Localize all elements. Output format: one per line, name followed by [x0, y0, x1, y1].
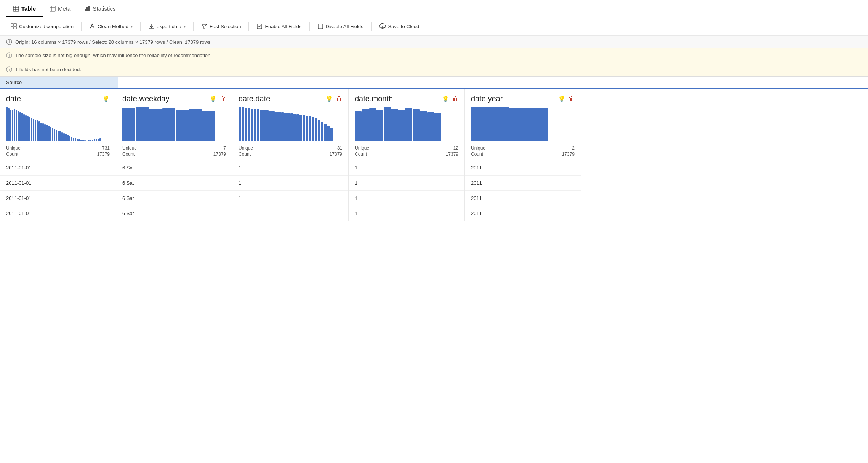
- export-chevron: ▾: [184, 24, 186, 29]
- column-datedate-stats: Unique 31 Count 17379: [239, 145, 342, 157]
- svg-text:i: i: [9, 40, 10, 44]
- year-unique-row: Unique 2: [471, 145, 575, 151]
- tab-statistics-label: Statistics: [93, 5, 115, 12]
- filter-icon: [201, 23, 207, 29]
- datedate-unique-row: Unique 31: [239, 145, 342, 151]
- month-unique-row: Unique 12: [355, 145, 458, 151]
- column-weekday-delete-icon[interactable]: 🗑: [220, 96, 226, 102]
- svg-text:i: i: [9, 53, 10, 57]
- year-unique-value: 2: [572, 145, 575, 151]
- table-row: 2011: [465, 160, 581, 176]
- customized-computation-button[interactable]: Customized computation: [6, 21, 78, 32]
- table-row: 6 Sat: [116, 160, 232, 176]
- column-weekday-header-area: date.weekday 💡 🗑 Unique 7 Count 17379: [116, 89, 232, 160]
- info-bar-text: Origin: 16 columns × 17379 rows / Select…: [15, 39, 210, 45]
- warning-text-1: The sample size is not big enough, which…: [15, 53, 212, 58]
- column-month-stats: Unique 12 Count 17379: [355, 145, 458, 157]
- warning-bar-2: i 1 fields has not been decided.: [0, 62, 868, 77]
- tab-meta-label: Meta: [58, 5, 70, 12]
- date-unique-label: Unique: [6, 145, 21, 151]
- column-year-delete-icon[interactable]: 🗑: [569, 96, 575, 102]
- disable-all-fields-button[interactable]: Disable All Fields: [313, 21, 368, 32]
- date-count-label: Count: [6, 152, 18, 157]
- column-weekday-icons: 💡 🗑: [209, 95, 226, 102]
- column-month-delete-icon[interactable]: 🗑: [452, 96, 458, 102]
- year-count-label: Count: [471, 152, 483, 157]
- svg-rect-9: [88, 6, 90, 11]
- table-row: 1: [349, 191, 464, 206]
- clean-icon: [89, 23, 95, 29]
- statistics-icon: [84, 6, 90, 12]
- column-datedate-delete-icon[interactable]: 🗑: [336, 96, 342, 102]
- table-row: 2011: [465, 206, 581, 221]
- month-unique-value: 12: [453, 145, 458, 151]
- column-weekday-header: date.weekday 💡 🗑: [122, 94, 226, 103]
- datedate-unique-value: 31: [337, 145, 342, 151]
- export-data-button[interactable]: export data ▾: [144, 21, 190, 32]
- save-to-cloud-button[interactable]: Save to Cloud: [375, 21, 424, 32]
- column-datedate-name: date.date: [239, 94, 270, 103]
- weekday-unique-row: Unique 7: [122, 145, 226, 151]
- table-row: 2011-01-01: [0, 191, 116, 206]
- tab-statistics[interactable]: Statistics: [77, 0, 122, 17]
- column-datedate-light-icon[interactable]: 💡: [325, 95, 333, 102]
- column-month-header-area: date.month 💡 🗑 Unique 12 Count 17379: [349, 89, 464, 160]
- column-datedate-icons: 💡 🗑: [325, 95, 342, 102]
- svg-rect-12: [11, 27, 13, 29]
- column-date-month: date.month 💡 🗑 Unique 12 Count 17379 1: [349, 89, 465, 221]
- enable-all-fields-label: Enable All Fields: [265, 24, 301, 29]
- cloud-icon: [379, 23, 386, 29]
- year-count-value: 17379: [562, 152, 575, 157]
- source-label: Source: [6, 80, 22, 85]
- export-icon: [148, 23, 154, 29]
- column-month-light-icon[interactable]: 💡: [442, 95, 449, 102]
- table-icon: [13, 6, 19, 12]
- enable-all-fields-button[interactable]: Enable All Fields: [252, 21, 306, 32]
- column-datedate-data: 1 1 1 1: [232, 160, 348, 221]
- table-row: 2011-01-01: [0, 160, 116, 176]
- checkbox-empty-icon: [317, 23, 323, 29]
- weekday-unique-value: 7: [223, 145, 226, 151]
- tab-meta[interactable]: Meta: [43, 0, 77, 17]
- column-weekday-data: 6 Sat 6 Sat 6 Sat 6 Sat: [116, 160, 232, 221]
- year-unique-label: Unique: [471, 145, 485, 151]
- date-unique-row: Unique 731: [6, 145, 110, 151]
- fast-selection-button[interactable]: Fast Selection: [197, 21, 245, 32]
- warning-text-2: 1 fields has not been decided.: [15, 67, 81, 72]
- column-weekday-chart: [122, 107, 226, 141]
- column-year-header: date.year 💡 🗑: [471, 94, 575, 103]
- weekday-unique-label: Unique: [122, 145, 137, 151]
- table-row: 2011-01-01: [0, 176, 116, 191]
- column-date: date 💡 Unique 731 Count 17379 2011-01-01: [0, 89, 116, 221]
- tab-table[interactable]: Table: [6, 0, 43, 17]
- clean-method-button[interactable]: Clean Method ▾: [85, 21, 137, 32]
- separator-4: [248, 22, 249, 31]
- source-empty: [118, 77, 868, 88]
- column-date-header-area: date 💡 Unique 731 Count 17379: [0, 89, 116, 160]
- column-weekday-light-icon[interactable]: 💡: [209, 95, 217, 102]
- source-label-cell: Source: [0, 77, 118, 88]
- date-count-value: 17379: [97, 152, 110, 157]
- svg-rect-14: [257, 24, 262, 29]
- table-row: 1: [349, 206, 464, 221]
- table-row: 1: [232, 206, 348, 221]
- column-year-light-icon[interactable]: 💡: [558, 95, 565, 102]
- weekday-count-row: Count 17379: [122, 151, 226, 157]
- table-row: 1: [349, 160, 464, 176]
- column-month-name: date.month: [355, 94, 393, 103]
- column-weekday-stats: Unique 7 Count 17379: [122, 145, 226, 157]
- warning-icon-1: i: [6, 52, 12, 58]
- svg-rect-4: [50, 6, 55, 11]
- table-row: 2011: [465, 191, 581, 206]
- column-date-light-icon[interactable]: 💡: [102, 95, 110, 102]
- column-year-chart: [471, 107, 575, 141]
- column-date-data: 2011-01-01 2011-01-01 2011-01-01 2011-01…: [0, 160, 116, 221]
- svg-rect-15: [318, 24, 323, 29]
- weekday-count-value: 17379: [213, 152, 226, 157]
- month-unique-label: Unique: [355, 145, 369, 151]
- table-row: 6 Sat: [116, 206, 232, 221]
- column-date-date: date.date 💡 🗑 Unique 31 Count 17379 1: [232, 89, 349, 221]
- main-content: date 💡 Unique 731 Count 17379 2011-01-01: [0, 89, 868, 221]
- customized-computation-label: Customized computation: [19, 24, 74, 29]
- column-datedate-chart: [239, 107, 342, 141]
